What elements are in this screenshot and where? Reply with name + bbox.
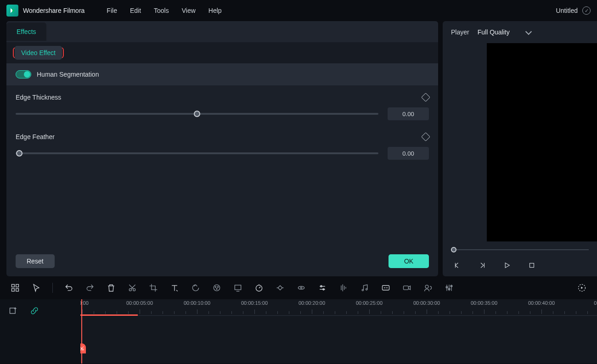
- document-title: Untitled: [556, 7, 578, 14]
- menu-edit[interactable]: Edit: [130, 7, 141, 14]
- playhead-line[interactable]: [81, 299, 82, 364]
- svg-rect-20: [404, 286, 409, 290]
- render-icon[interactable]: [577, 283, 587, 293]
- menu-help[interactable]: Help: [208, 7, 222, 14]
- adjust-icon[interactable]: [317, 283, 327, 293]
- reset-button[interactable]: Reset: [16, 254, 55, 268]
- ok-button[interactable]: OK: [389, 254, 429, 268]
- add-track-icon[interactable]: [8, 306, 18, 316]
- ruler-label: 00:00:40:00: [528, 300, 555, 306]
- voiceover-icon[interactable]: [423, 283, 433, 293]
- param-edge-thickness: Edge Thickness 0.00: [16, 94, 429, 120]
- time-ruler[interactable]: 00:0000:00:05:0000:00:10:0000:00:15:0000…: [80, 299, 597, 316]
- quality-select[interactable]: Full Quality: [478, 28, 531, 36]
- ruler-label: 00:00:30:00: [413, 300, 440, 306]
- audio-icon[interactable]: [338, 283, 349, 293]
- cut-icon[interactable]: [127, 283, 137, 293]
- app-title: Wondershare Filmora: [23, 7, 84, 14]
- playhead-handle[interactable]: [80, 343, 86, 353]
- edge-feather-slider[interactable]: [16, 150, 378, 157]
- mixer-icon[interactable]: [444, 283, 454, 293]
- undo-icon[interactable]: [64, 283, 74, 293]
- highlight-outline: Video Effect: [13, 47, 64, 58]
- ruler-label: 00:00:35:00: [471, 300, 497, 306]
- layout-icon[interactable]: [10, 283, 20, 293]
- redo-icon[interactable]: [85, 283, 95, 293]
- svg-point-21: [425, 285, 428, 288]
- chevron-down-icon: [525, 28, 532, 34]
- panel-tabs: Effects: [6, 21, 438, 42]
- record-icon[interactable]: [402, 283, 412, 293]
- app-logo: [6, 5, 18, 17]
- section-row: Video Effect: [6, 42, 438, 63]
- svg-point-8: [215, 286, 216, 287]
- ruler-label: 00:00:05:00: [126, 300, 153, 306]
- edge-thickness-label: Edge Thickness: [16, 94, 61, 101]
- human-segmentation-label: Human Segmentation: [37, 71, 99, 78]
- svg-rect-19: [383, 286, 389, 290]
- ruler-label: 00:0: [594, 300, 597, 306]
- param-edge-feather: Edge Feather 0.00: [16, 133, 429, 160]
- keyframe-icon[interactable]: [421, 132, 430, 141]
- edge-feather-value[interactable]: 0.00: [388, 147, 429, 160]
- svg-point-10: [216, 288, 217, 289]
- keyframe-tool-icon[interactable]: [275, 283, 285, 293]
- svg-rect-3: [12, 289, 15, 291]
- separator: [52, 283, 53, 293]
- menu-view[interactable]: View: [182, 7, 196, 14]
- edge-thickness-value[interactable]: 0.00: [388, 107, 429, 120]
- color-icon[interactable]: [212, 283, 222, 293]
- svg-rect-2: [16, 285, 19, 287]
- play-button[interactable]: [502, 261, 512, 270]
- svg-point-17: [362, 289, 363, 291]
- green-screen-icon[interactable]: [233, 283, 243, 293]
- ruler-label: 00:00:20:00: [298, 300, 325, 306]
- params-area: Edge Thickness 0.00 Edge Feather: [6, 85, 438, 254]
- timeline-track-area[interactable]: 00:0000:00:05:0000:00:10:0000:00:15:0000…: [80, 299, 597, 364]
- timeline-toolbar: [0, 276, 597, 299]
- crop-icon[interactable]: [148, 283, 158, 293]
- edge-thickness-slider[interactable]: [16, 111, 378, 117]
- speed-icon[interactable]: [254, 283, 264, 293]
- subtitle-icon[interactable]: [381, 283, 391, 293]
- svg-rect-26: [10, 308, 16, 314]
- svg-rect-4: [16, 289, 19, 291]
- preview-viewport[interactable]: [487, 43, 597, 241]
- music-icon[interactable]: [360, 283, 370, 293]
- top-menu-bar: Wondershare Filmora File Edit Tools View…: [0, 0, 597, 21]
- cloud-check-icon[interactable]: ✓: [582, 6, 591, 15]
- tab-effects[interactable]: Effects: [6, 22, 46, 41]
- ruler-label: 00:00:10:00: [184, 300, 210, 306]
- timeline-left-tools: [0, 299, 80, 364]
- human-segmentation-toggle[interactable]: [16, 70, 31, 78]
- player-label: Player: [451, 28, 469, 36]
- svg-point-14: [300, 287, 302, 288]
- link-icon[interactable]: [29, 306, 39, 316]
- svg-point-9: [217, 286, 218, 287]
- svg-point-7: [214, 285, 220, 291]
- speed-back-icon[interactable]: [191, 283, 201, 293]
- mask-icon[interactable]: [296, 283, 306, 293]
- menu-file[interactable]: File: [107, 7, 117, 14]
- next-frame-button[interactable]: [478, 261, 487, 270]
- svg-rect-0: [530, 263, 534, 268]
- work-area-range[interactable]: [80, 314, 138, 316]
- svg-point-12: [256, 285, 262, 291]
- video-effect-chip[interactable]: Video Effect: [15, 46, 62, 60]
- player-panel: Player Full Quality: [443, 21, 597, 276]
- cursor-icon[interactable]: [31, 283, 41, 293]
- human-segmentation-row: Human Segmentation: [6, 63, 438, 85]
- text-icon[interactable]: [169, 283, 180, 293]
- main-menus: File Edit Tools View Help: [107, 7, 221, 14]
- svg-rect-13: [278, 286, 282, 290]
- ruler-label: 00:00:25:00: [356, 300, 383, 306]
- menu-tools[interactable]: Tools: [154, 7, 169, 14]
- playback-progress[interactable]: [451, 247, 589, 252]
- stop-button[interactable]: [527, 261, 536, 270]
- effects-panel: Effects Video Effect Human Segmentation …: [6, 21, 438, 276]
- ruler-label: 00:00:15:00: [241, 300, 268, 306]
- delete-icon[interactable]: [106, 283, 116, 293]
- prev-frame-button[interactable]: [453, 261, 462, 270]
- keyframe-icon[interactable]: [421, 93, 430, 102]
- timeline: 00:0000:00:05:0000:00:10:0000:00:15:0000…: [0, 299, 597, 364]
